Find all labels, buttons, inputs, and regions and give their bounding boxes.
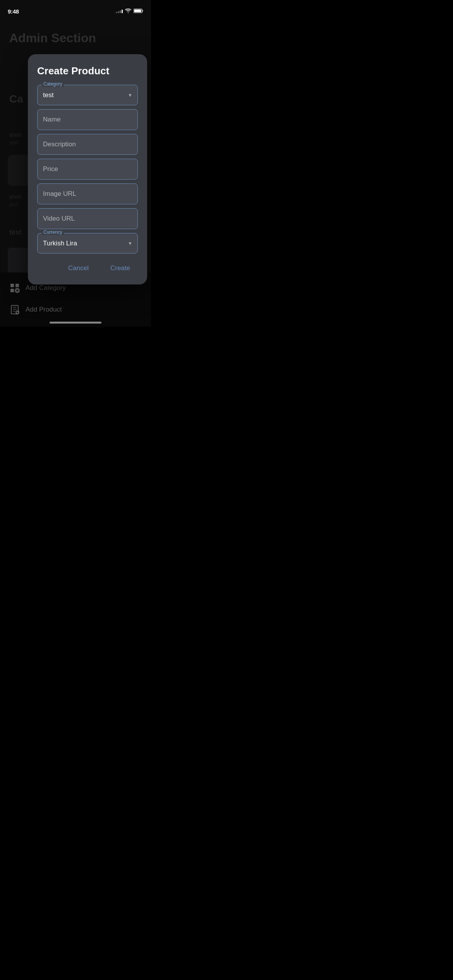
modal-title: Create Product <box>37 65 138 77</box>
description-field <box>37 134 138 155</box>
create-button[interactable]: Create <box>106 261 135 275</box>
image-url-field <box>37 183 138 204</box>
price-input[interactable] <box>37 159 138 180</box>
status-bar: 9:48 <box>0 0 151 17</box>
category-field: Category test category1 category2 ▼ <box>37 85 138 105</box>
signal-icon <box>116 10 123 13</box>
wifi-icon <box>125 8 131 15</box>
status-icons <box>116 8 143 15</box>
category-label: Category <box>42 81 64 87</box>
status-time: 9:48 <box>8 8 19 15</box>
price-field <box>37 159 138 180</box>
name-input[interactable] <box>37 109 138 130</box>
currency-label: Currency <box>42 230 64 235</box>
cancel-button[interactable]: Cancel <box>63 261 93 275</box>
image-url-input[interactable] <box>37 183 138 204</box>
description-input[interactable] <box>37 134 138 155</box>
currency-select-wrapper[interactable]: Turkish Lira USD EUR GBP ▼ <box>37 233 138 254</box>
currency-select[interactable]: Turkish Lira USD EUR GBP <box>37 233 138 254</box>
modal-buttons: Cancel Create <box>37 261 138 275</box>
create-product-modal: Create Product Category test category1 c… <box>28 54 147 284</box>
svg-rect-1 <box>134 10 141 12</box>
name-field <box>37 109 138 130</box>
battery-icon <box>134 8 143 15</box>
video-url-input[interactable] <box>37 208 138 229</box>
home-indicator <box>50 322 101 324</box>
category-select[interactable]: test category1 category2 <box>37 85 138 105</box>
currency-field: Currency Turkish Lira USD EUR GBP ▼ <box>37 233 138 254</box>
category-select-wrapper[interactable]: test category1 category2 ▼ <box>37 85 138 105</box>
video-url-field <box>37 208 138 229</box>
